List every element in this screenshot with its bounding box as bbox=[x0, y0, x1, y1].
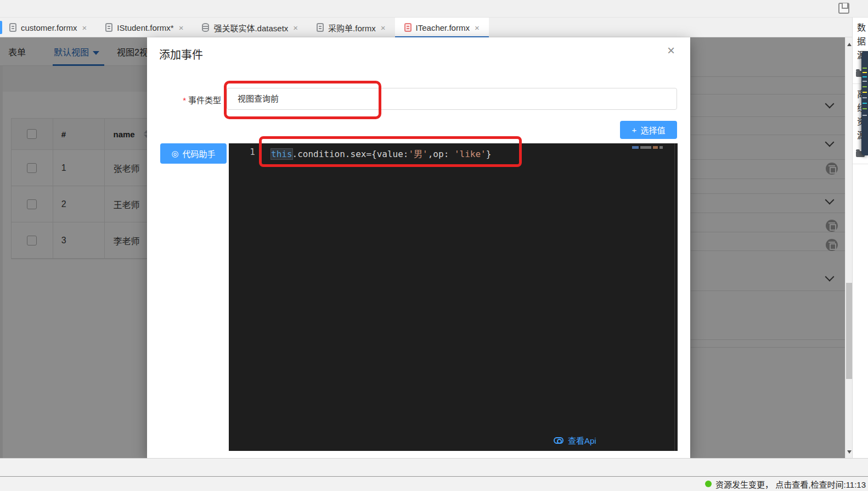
select-value-button[interactable]: + 选择值 bbox=[620, 121, 677, 139]
code-helper-icon: ◎ bbox=[171, 149, 178, 159]
tab-dataset[interactable]: 强关联实体.datasetx × bbox=[193, 18, 307, 37]
tab-label: customer.formx bbox=[21, 23, 77, 32]
close-icon[interactable]: × bbox=[293, 24, 298, 32]
required-mark: * bbox=[183, 96, 186, 105]
status-bar: 资源发生变更， 点击查看,检查时间:11:13 bbox=[0, 476, 868, 491]
code-minimap-thumbnail bbox=[861, 51, 868, 155]
form-file-icon-red bbox=[404, 23, 412, 32]
horizontal-scroll-strip bbox=[0, 458, 868, 476]
top-bar bbox=[0, 0, 868, 18]
status-message[interactable]: 资源发生变更， 点击查看,检查时间:11:13 bbox=[715, 478, 866, 490]
dialog-title: 添加事件 bbox=[159, 46, 203, 62]
editor-minimap bbox=[632, 146, 663, 149]
code-string: '男' bbox=[408, 149, 427, 159]
close-icon[interactable]: × bbox=[381, 24, 386, 32]
add-event-dialog: 添加事件 × *事件类型 视图查询前 + 选择值 ◎ 代码助手 1 this.c… bbox=[147, 37, 690, 458]
view-api-link[interactable]: 查看Api bbox=[554, 434, 596, 446]
tab-label: IStudent.formx* bbox=[117, 23, 173, 32]
scroll-down-icon[interactable] bbox=[847, 450, 852, 454]
editor-scrollbar-divider bbox=[674, 143, 675, 451]
scroll-up-icon[interactable] bbox=[847, 43, 852, 46]
document-tab-bar: customer.formx × IStudent.formx* × 强关联实体… bbox=[0, 18, 852, 37]
event-type-label: *事件类型 bbox=[172, 94, 221, 105]
form-file-icon bbox=[9, 23, 16, 32]
tab-label: 采购单.formx bbox=[328, 22, 376, 34]
eye-icon bbox=[554, 437, 563, 444]
close-icon[interactable]: × bbox=[475, 24, 480, 32]
close-icon[interactable]: × bbox=[82, 24, 87, 32]
tab-iteacher-formx-active[interactable]: ITeacher.formx × bbox=[395, 18, 489, 37]
form-file-icon bbox=[105, 23, 112, 32]
tab-istudent-formx[interactable]: IStudent.formx* × bbox=[96, 18, 193, 37]
status-green-dot bbox=[705, 481, 712, 487]
line-number: 1 bbox=[243, 147, 255, 157]
vertical-scrollbar[interactable] bbox=[845, 37, 853, 458]
code-string: 'like' bbox=[454, 149, 486, 159]
tab-customer-formx[interactable]: customer.formx × bbox=[0, 18, 96, 37]
dialog-close-icon[interactable]: × bbox=[667, 44, 675, 57]
database-file-icon bbox=[202, 23, 209, 32]
plus-icon: + bbox=[632, 125, 637, 135]
app-window: customer.formx × IStudent.formx* × 强关联实体… bbox=[0, 0, 868, 491]
tab-label: ITeacher.formx bbox=[416, 23, 470, 32]
save-icon[interactable] bbox=[838, 3, 849, 14]
code-editor[interactable]: 1 this.condition.sex={value:'男',op: 'lik… bbox=[229, 143, 678, 451]
tab-label: 强关联实体.datasetx bbox=[213, 22, 288, 34]
code-helper-button[interactable]: ◎ 代码助手 bbox=[160, 143, 227, 164]
code-line[interactable]: this.condition.sex={value:'男',op: 'like'… bbox=[271, 147, 491, 160]
form-file-icon bbox=[317, 23, 324, 32]
close-icon[interactable]: × bbox=[179, 24, 184, 32]
code-keyword: this bbox=[271, 149, 292, 159]
tab-caigoudan-formx[interactable]: 采购单.formx × bbox=[307, 18, 394, 37]
event-type-select[interactable]: 视图查询前 bbox=[227, 88, 677, 110]
